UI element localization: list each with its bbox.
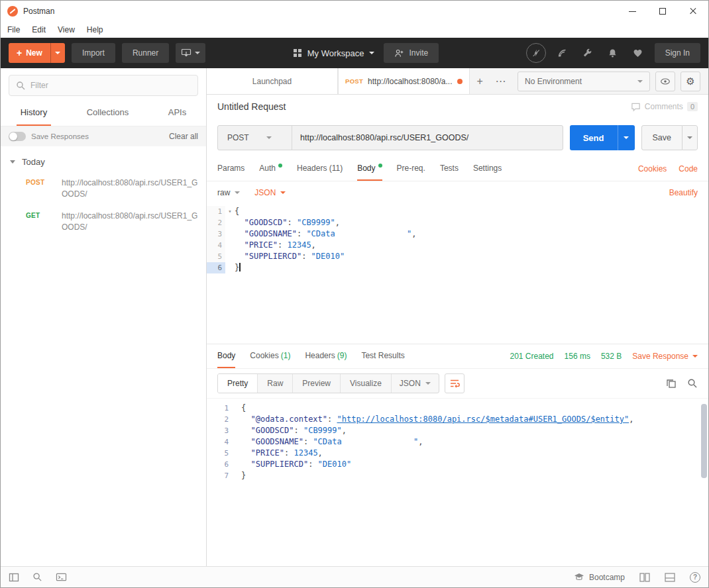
view-raw[interactable]: Raw [258, 374, 293, 393]
find-button[interactable] [32, 572, 42, 582]
code-line[interactable]: 3 "GOODSCD": "CB9999", [207, 425, 708, 436]
copy-response-button[interactable] [666, 378, 677, 389]
comments-button[interactable]: Comments 0 [631, 102, 698, 112]
code-line[interactable]: 3 "GOODSNAME": "CData ", [207, 228, 708, 240]
workspace-selector[interactable]: My Workspace [293, 48, 375, 58]
settings-wrench-button[interactable] [579, 44, 596, 62]
wrap-text-button[interactable] [445, 373, 464, 393]
environment-selector[interactable]: No Environment [518, 72, 650, 91]
maximize-button[interactable] [647, 1, 678, 22]
new-dropdown-button[interactable] [50, 43, 65, 63]
response-tab-body[interactable]: Body [217, 344, 235, 368]
cookies-link[interactable]: Cookies [638, 164, 667, 173]
save-button[interactable]: Save [641, 125, 682, 150]
code-line[interactable]: 7} [207, 470, 708, 481]
bootcamp-button[interactable]: Bootcamp [574, 573, 625, 582]
code-line[interactable]: 6 "SUPPLIERCD": "DE010" [207, 459, 708, 470]
sync-off-button[interactable] [526, 43, 546, 63]
code-line[interactable]: 4 "PRICE": 12345, [207, 240, 708, 251]
console-button[interactable] [56, 572, 67, 582]
minimize-button[interactable] [617, 1, 647, 22]
send-button[interactable]: Send [570, 125, 618, 150]
request-tab-auth[interactable]: Auth [259, 157, 282, 181]
sidebar-tab-collections[interactable]: Collections [83, 100, 133, 126]
invite-button[interactable]: Invite [384, 43, 439, 63]
search-response-button[interactable] [687, 378, 698, 389]
chevron-down-icon [369, 52, 374, 57]
filter-search-box[interactable] [9, 75, 198, 96]
code-line[interactable]: 5 "PRICE": 12345, [207, 448, 708, 459]
response-tab-cookies[interactable]: Cookies(1) [250, 344, 290, 368]
heart-button[interactable] [629, 44, 647, 62]
menu-file[interactable]: File [7, 25, 20, 34]
view-visualize[interactable]: Visualize [341, 374, 392, 393]
history-item[interactable]: POSThttp://localhost:8080/api.rsc/USER1_… [1, 172, 206, 205]
sidebar-tab-history[interactable]: History [17, 100, 51, 126]
save-response-button[interactable]: Save Response [632, 352, 698, 361]
view-preview[interactable]: Preview [293, 374, 341, 393]
menu-help[interactable]: Help [87, 25, 103, 34]
response-language-select[interactable]: JSON [392, 374, 439, 393]
tab-launchpad[interactable]: Launchpad [207, 68, 338, 94]
help-button[interactable]: ? [690, 572, 700, 583]
request-body-editor[interactable]: 1▾{2 "GOODSCD": "CB9999",3 "GOODSNAME": … [207, 204, 708, 344]
body-language-select[interactable]: JSON [254, 188, 286, 197]
code-line[interactable]: 5 "SUPPLIERCD": "DE010" [207, 251, 708, 262]
menu-edit[interactable]: Edit [32, 25, 46, 34]
request-tab-body[interactable]: Body [357, 157, 382, 181]
url-input[interactable] [292, 133, 563, 142]
main-panel: Launchpad POST http://localhost:8080/a..… [207, 68, 708, 566]
code-line[interactable]: 1{ [207, 403, 708, 414]
request-tab-pre-req[interactable]: Pre-req. [397, 157, 425, 181]
sidebar-tab-apis[interactable]: APIs [164, 100, 190, 126]
open-new-button[interactable] [176, 43, 205, 63]
new-button[interactable]: +New [9, 43, 65, 63]
tab-options-button[interactable]: ⋯ [490, 68, 511, 94]
capture-requests-button[interactable] [554, 44, 571, 62]
single-pane-view-button[interactable] [665, 573, 675, 582]
body-mode-select[interactable]: raw [217, 188, 240, 197]
response-tab-test-results[interactable]: Test Results [361, 344, 404, 368]
send-options-button[interactable] [618, 125, 635, 150]
response-body-editor[interactable]: 1{2 "@odata.context": "http://localhost:… [207, 399, 708, 566]
beautify-link[interactable]: Beautify [669, 188, 698, 197]
history-item[interactable]: GEThttp://localhost:8080/api.rsc/USER1_G… [1, 205, 206, 238]
save-options-button[interactable] [682, 125, 698, 150]
menu-view[interactable]: View [58, 25, 75, 34]
request-tab-settings[interactable]: Settings [473, 157, 502, 181]
request-tab-tests[interactable]: Tests [440, 157, 459, 181]
code-line[interactable]: 6} [207, 262, 708, 273]
settings-gear-button[interactable]: ⚙ [681, 72, 700, 91]
request-tab-headers-11[interactable]: Headers (11) [297, 157, 343, 181]
import-button[interactable]: Import [72, 43, 115, 63]
filter-area [1, 68, 206, 100]
filter-input[interactable] [30, 81, 191, 90]
notifications-bell-button[interactable] [604, 44, 622, 62]
code-line[interactable]: 1▾{ [207, 206, 708, 217]
code-line[interactable]: 4 "GOODSNAME": "CData ", [207, 436, 708, 448]
request-tab-params[interactable]: Params [217, 157, 245, 181]
close-button[interactable] [678, 1, 708, 22]
code-text: "GOODSCD": "CB9999", [235, 217, 708, 228]
sign-in-button[interactable]: Sign In [655, 43, 700, 63]
tab-active-request[interactable]: POST http://localhost:8080/a... [338, 68, 470, 94]
code-link[interactable]: Code [679, 164, 698, 173]
request-tabs-right: Cookies Code [638, 157, 698, 181]
today-label: Today [22, 157, 45, 167]
toggle-sidebar-button[interactable] [9, 572, 19, 583]
comments-count-badge: 0 [687, 102, 698, 111]
today-group-header[interactable]: Today [1, 146, 206, 172]
runner-button[interactable]: Runner [122, 43, 169, 63]
clear-all-link[interactable]: Clear all [169, 132, 198, 141]
save-responses-toggle[interactable] [9, 132, 26, 141]
environment-quick-look-button[interactable] [655, 72, 675, 91]
response-tab-headers[interactable]: Headers(9) [305, 344, 347, 368]
new-tab-button[interactable]: + [470, 68, 490, 94]
view-pretty[interactable]: Pretty [218, 374, 258, 393]
two-pane-view-button[interactable] [639, 573, 650, 582]
open-window-icon [181, 48, 191, 58]
code-line[interactable]: 2 "@odata.context": "http://localhost:80… [207, 414, 708, 425]
code-line[interactable]: 2 "GOODSCD": "CB9999", [207, 217, 708, 228]
method-select[interactable]: POST [218, 126, 292, 150]
scrollbar-thumb[interactable] [701, 404, 707, 478]
